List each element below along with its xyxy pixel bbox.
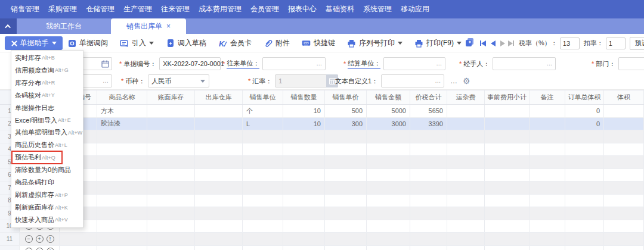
- table-cell[interactable]: [60, 246, 97, 250]
- table-cell[interactable]: [195, 195, 243, 207]
- table-cell[interactable]: [530, 195, 565, 207]
- settlement-unit-label-link[interactable]: 结算单位：: [348, 59, 380, 69]
- table-cell[interactable]: [565, 169, 604, 182]
- table-cell[interactable]: [485, 207, 530, 220]
- menu-item[interactable]: 实时库存Alt+B: [11, 52, 83, 64]
- table-cell[interactable]: [604, 207, 644, 220]
- table-row[interactable]: 11−+!: [0, 233, 644, 246]
- table-cell[interactable]: 个: [243, 105, 283, 117]
- table-cell[interactable]: [367, 143, 410, 156]
- table-cell[interactable]: [447, 156, 485, 168]
- table-cell[interactable]: [195, 130, 243, 143]
- column-header[interactable]: 事前费用小计: [485, 90, 530, 104]
- remove-row-icon[interactable]: −: [25, 248, 33, 250]
- add-row-icon[interactable]: +: [36, 248, 44, 250]
- table-cell[interactable]: [604, 130, 644, 143]
- toolbar-button[interactable]: 单据调阅: [67, 38, 108, 48]
- table-cell[interactable]: 300: [325, 118, 367, 130]
- column-header[interactable]: 销售单价: [325, 90, 367, 104]
- menu-item[interactable]: 库存分布Alt+R: [11, 77, 83, 89]
- table-cell[interactable]: [195, 118, 243, 130]
- table-cell[interactable]: [147, 130, 195, 143]
- column-header[interactable]: 运杂费: [447, 90, 485, 104]
- table-cell[interactable]: [283, 220, 325, 233]
- menu-item[interactable]: 其他单据明细导入Alt+W: [11, 127, 83, 139]
- table-cell[interactable]: [97, 182, 147, 194]
- table-cell[interactable]: [604, 220, 644, 233]
- table-cell[interactable]: [367, 233, 410, 245]
- table-cell[interactable]: 5650: [410, 105, 447, 117]
- table-cell[interactable]: [530, 207, 565, 220]
- table-cell[interactable]: [447, 220, 485, 233]
- table-cell[interactable]: [243, 182, 283, 194]
- department-input[interactable]: [618, 57, 644, 70]
- table-cell[interactable]: [565, 195, 604, 207]
- table-cell[interactable]: [283, 246, 325, 250]
- table-cell[interactable]: [367, 220, 410, 233]
- top-menu-item[interactable]: 系统管理: [363, 4, 392, 14]
- table-cell[interactable]: [447, 233, 485, 245]
- table-cell[interactable]: [410, 156, 447, 168]
- customer-input[interactable]: …: [262, 57, 326, 70]
- table-cell[interactable]: 5000: [367, 105, 410, 117]
- top-menu-item[interactable]: 销售管理: [11, 4, 39, 14]
- lookup-ellipsis-icon[interactable]: …: [436, 60, 442, 67]
- table-cell[interactable]: [283, 130, 325, 143]
- column-header[interactable]: 销售金额: [367, 90, 410, 104]
- lookup-ellipsis-icon[interactable]: …: [435, 77, 441, 84]
- table-cell[interactable]: 3000: [367, 118, 410, 130]
- table-cell[interactable]: [97, 130, 147, 143]
- table-cell[interactable]: [147, 220, 195, 233]
- document-assistant-button[interactable]: 单据助手: [5, 36, 63, 50]
- toolbar-button[interactable]: 附件: [264, 38, 290, 48]
- table-cell[interactable]: 500: [325, 105, 367, 117]
- table-cell[interactable]: [283, 169, 325, 182]
- column-header[interactable]: 体积: [604, 90, 644, 104]
- top-menu-item[interactable]: 报表中心: [288, 4, 317, 14]
- table-cell[interactable]: [283, 233, 325, 245]
- doc-no-input[interactable]: XK-2022-07-20-0001: [159, 57, 221, 70]
- table-cell[interactable]: [410, 246, 447, 250]
- table-cell[interactable]: [485, 220, 530, 233]
- table-cell[interactable]: [367, 207, 410, 220]
- table-cell[interactable]: [604, 156, 644, 168]
- table-cell[interactable]: [243, 220, 283, 233]
- table-cell[interactable]: [530, 118, 565, 130]
- preset-price-button[interactable]: 预设售价: [630, 37, 644, 50]
- table-row[interactable]: −+!: [0, 246, 644, 250]
- table-cell[interactable]: [485, 233, 530, 245]
- menu-item[interactable]: 快速录入商品Alt+V: [11, 214, 83, 226]
- table-cell[interactable]: [565, 143, 604, 156]
- top-menu-item[interactable]: 往来管理: [161, 4, 190, 14]
- menu-item[interactable]: 商品历史售价Alt+L: [11, 139, 83, 151]
- table-cell[interactable]: [283, 143, 325, 156]
- table-cell[interactable]: [195, 105, 243, 117]
- table-cell[interactable]: [97, 207, 147, 220]
- collapse-tabs-button[interactable]: [0, 18, 17, 34]
- table-cell[interactable]: [97, 233, 147, 245]
- table-cell[interactable]: 方木: [97, 105, 147, 117]
- table-cell[interactable]: [447, 143, 485, 156]
- table-cell[interactable]: [243, 195, 283, 207]
- table-cell[interactable]: [565, 233, 604, 245]
- custom-text1-input[interactable]: …: [381, 74, 444, 88]
- table-cell[interactable]: [410, 233, 447, 245]
- table-cell[interactable]: 10: [283, 118, 325, 130]
- table-cell[interactable]: [447, 246, 485, 250]
- table-cell[interactable]: [447, 207, 485, 220]
- table-cell[interactable]: [530, 182, 565, 194]
- table-cell[interactable]: [367, 246, 410, 250]
- toolbar-button[interactable]: K 会员卡: [218, 38, 252, 48]
- toolbar-button[interactable]: 引入: [120, 38, 154, 48]
- menu-item[interactable]: 刷新虚拟库存Alt+P: [11, 189, 83, 201]
- lookup-ellipsis-icon[interactable]: …: [316, 60, 323, 67]
- table-cell[interactable]: [60, 233, 97, 245]
- toolbar-button[interactable]: 快捷键: [302, 38, 335, 48]
- table-cell[interactable]: [485, 118, 530, 130]
- table-cell[interactable]: [243, 143, 283, 156]
- table-cell[interactable]: [325, 143, 367, 156]
- table-cell[interactable]: [447, 105, 485, 117]
- table-cell[interactable]: [485, 195, 530, 207]
- table-cell[interactable]: [485, 156, 530, 168]
- table-cell[interactable]: [565, 182, 604, 194]
